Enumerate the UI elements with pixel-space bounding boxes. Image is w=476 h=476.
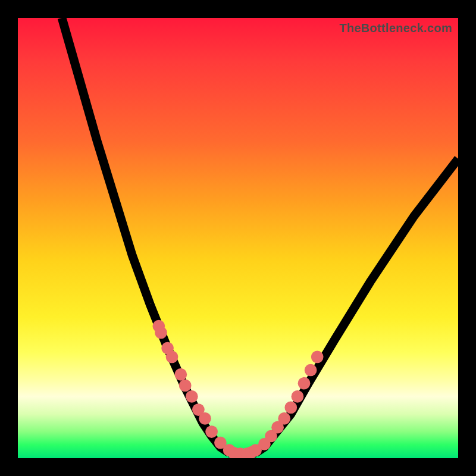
data-dot	[199, 412, 211, 425]
data-dot	[305, 364, 317, 377]
plot-area: TheBottleneck.com	[18, 18, 458, 458]
data-dot	[179, 380, 192, 392]
left-curve	[62, 18, 229, 453]
chart-frame: TheBottleneck.com	[0, 0, 476, 476]
data-dot	[311, 350, 324, 363]
data-dot	[284, 402, 297, 414]
curve-layer	[18, 18, 458, 458]
data-dot	[155, 327, 167, 339]
data-dots	[152, 320, 323, 458]
data-dot	[205, 425, 218, 438]
data-dot	[298, 377, 311, 390]
data-dot	[166, 350, 178, 363]
data-dot	[186, 390, 198, 403]
data-dot	[174, 368, 187, 381]
data-dot	[292, 390, 304, 403]
data-dot	[278, 412, 290, 425]
